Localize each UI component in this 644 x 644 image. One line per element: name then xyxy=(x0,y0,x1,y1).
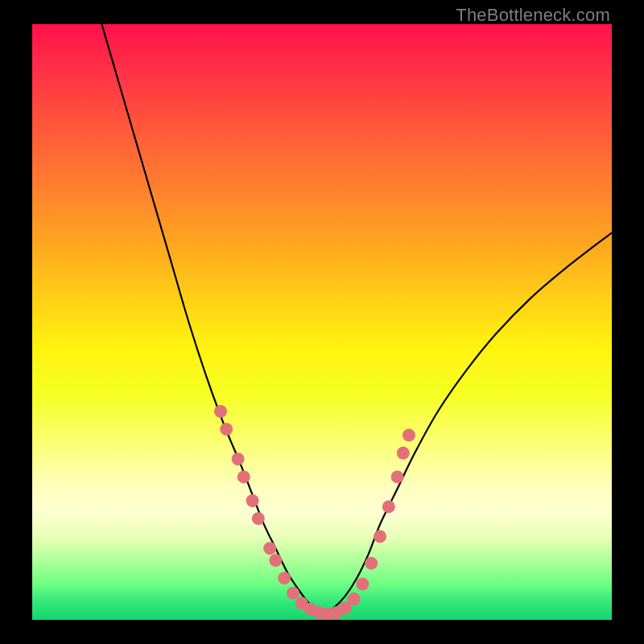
scatter-dot xyxy=(382,500,395,513)
scatter-dot xyxy=(237,470,250,483)
curve-layer xyxy=(32,24,612,620)
scatter-dot xyxy=(397,447,410,460)
scatter-dot xyxy=(287,587,299,600)
scatter-dot xyxy=(365,557,378,570)
chart-frame: TheBottleneck.com xyxy=(0,0,644,644)
scatter-dot xyxy=(232,452,245,465)
scatter-dot xyxy=(391,470,404,483)
scatter-dot xyxy=(278,572,291,584)
curve-right-branch xyxy=(322,233,612,614)
scatter-dot xyxy=(246,494,259,507)
scatter-dot xyxy=(356,578,369,591)
scatter-dot xyxy=(263,542,276,555)
attribution-label: TheBottleneck.com xyxy=(456,5,610,26)
scatter-dot xyxy=(252,512,265,525)
scatter-dot xyxy=(348,592,361,605)
scatter-dot xyxy=(402,429,415,442)
scatter-dot xyxy=(374,530,386,543)
plot-area xyxy=(32,24,612,620)
scatter-dot xyxy=(269,554,282,567)
scatter-dot xyxy=(214,405,227,418)
curve-left-branch xyxy=(101,24,322,614)
scatter-dot xyxy=(220,423,233,436)
